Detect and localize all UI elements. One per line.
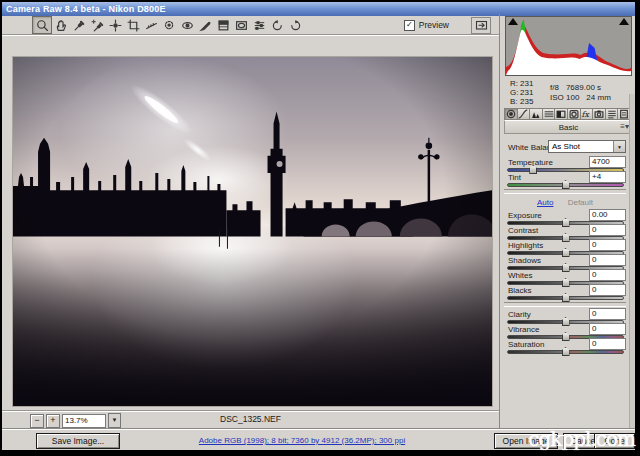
auto-link[interactable]: Auto (537, 198, 553, 207)
filename-label: DSC_1325.NEF (2, 414, 499, 424)
photo-preview[interactable] (12, 56, 493, 407)
histogram-plot (506, 17, 631, 75)
blacks-thumb[interactable] (562, 293, 570, 302)
photo-image (13, 57, 492, 406)
panel-scrollbar[interactable] (629, 94, 635, 428)
tab-camera-calibration[interactable] (592, 108, 605, 120)
highlights-label: Highlights (508, 241, 543, 250)
color-sampler-tool-button[interactable] (88, 17, 106, 33)
preview-checkbox[interactable]: ✓ (404, 20, 415, 31)
tint-field[interactable]: +4 (589, 171, 626, 183)
rotate-right-button[interactable] (286, 17, 304, 33)
spot-removal-tool-button[interactable] (160, 17, 178, 33)
saturation-row: Saturation 0 (504, 340, 626, 355)
basic-controls: White Balance: As Shot ▼ Temperature 470… (504, 140, 626, 355)
basic-panel-header: Basic ≡▾ (504, 120, 633, 134)
window: Camera Raw 8.4 beta - Nikon D800E ✓ Prev… (2, 2, 635, 450)
temperature-label: Temperature (508, 158, 553, 167)
split-toning-icon (556, 109, 566, 119)
hsl-icon (544, 109, 554, 119)
divider (504, 302, 626, 307)
tint-slider[interactable] (507, 183, 624, 187)
saturation-thumb[interactable] (562, 347, 570, 356)
divider (504, 189, 626, 194)
workflow-options-link[interactable]: Adobe RGB (1998); 8 bit; 7360 by 4912 (3… (122, 436, 482, 445)
exposure-label: Exposure (508, 211, 542, 220)
brush-icon (199, 19, 212, 32)
watermark: cgkppl.com (528, 427, 635, 451)
highlight-clipping-indicator[interactable] (619, 18, 629, 25)
straighten-tool-button[interactable] (142, 17, 160, 33)
tab-basic[interactable] (504, 108, 517, 120)
tab-lens-corrections[interactable] (567, 108, 580, 120)
blacks-slider[interactable] (507, 296, 624, 300)
clarity-label: Clarity (508, 310, 531, 319)
whites-label: Whites (508, 271, 532, 280)
panel-menu-icon[interactable]: ≡▾ (620, 122, 629, 131)
basic-panel-title: Basic (559, 123, 579, 132)
tab-effects[interactable]: fx (580, 108, 593, 120)
whites-field[interactable]: 0 (589, 269, 626, 281)
saturation-field[interactable]: 0 (589, 338, 626, 350)
default-link[interactable]: Default (568, 198, 593, 207)
tint-row: Tint +4 (504, 173, 626, 188)
graduated-filter-icon (217, 19, 230, 32)
detail-icon (531, 109, 541, 119)
saturation-label: Saturation (508, 340, 544, 349)
save-image-button[interactable]: Save Image... (36, 433, 120, 449)
svg-text:fx: fx (582, 110, 591, 119)
adjustment-brush-tool-button[interactable] (196, 17, 214, 33)
eyedropper-icon (73, 19, 86, 32)
red-eye-tool-button[interactable] (178, 17, 196, 33)
blacks-row: Blacks 0 (504, 286, 626, 301)
clarity-field[interactable]: 0 (589, 308, 626, 320)
white-balance-tool-button[interactable] (70, 17, 88, 33)
window-title: Camera Raw 8.4 beta - Nikon D800E (6, 4, 166, 14)
bottom-bar: Save Image... Adobe RGB (1998); 8 bit; 7… (2, 428, 635, 451)
preview-toggle[interactable]: ✓ Preview (404, 20, 449, 31)
camera-icon (594, 109, 604, 119)
targeted-adjustment-tool-button[interactable] (106, 17, 124, 33)
radial-filter-icon (235, 19, 248, 32)
blacks-label: Blacks (508, 286, 532, 295)
fullscreen-icon (475, 19, 488, 31)
tab-presets[interactable] (605, 108, 618, 120)
shadow-clipping-indicator[interactable] (508, 18, 518, 25)
graduated-filter-tool-button[interactable] (214, 17, 232, 33)
magnifier-icon (36, 19, 49, 32)
histogram[interactable] (505, 16, 632, 76)
saturation-slider[interactable] (507, 350, 624, 354)
dropdown-arrow-icon[interactable]: ▼ (613, 141, 625, 152)
tab-detail[interactable] (529, 108, 542, 120)
tab-hsl-grayscale[interactable] (542, 108, 555, 120)
radial-filter-tool-button[interactable] (232, 17, 250, 33)
shadows-field[interactable]: 0 (589, 254, 626, 266)
highlights-field[interactable]: 0 (589, 239, 626, 251)
contrast-field[interactable]: 0 (589, 224, 626, 236)
preferences-tool-button[interactable] (250, 17, 268, 33)
crop-tool-button[interactable] (124, 17, 142, 33)
tone-curve-icon (518, 109, 528, 119)
image-info: R:231 G:231 B:235 f/87689.00 s ISO 10024… (500, 79, 635, 106)
exposure-field[interactable]: 0.00 (589, 209, 626, 221)
tab-tone-curve[interactable] (517, 108, 530, 120)
preferences-icon (253, 19, 266, 32)
adjustments-panel: R:231 G:231 B:235 f/87689.00 s ISO 10024… (499, 14, 635, 428)
blacks-field[interactable]: 0 (589, 284, 626, 296)
contrast-label: Contrast (508, 226, 538, 235)
tint-thumb[interactable] (562, 180, 570, 189)
temperature-field[interactable]: 4700 (589, 156, 626, 168)
vibrance-field[interactable]: 0 (589, 323, 626, 335)
aperture-icon (506, 109, 516, 119)
white-balance-value: As Shot (552, 142, 580, 151)
presets-icon (607, 109, 617, 119)
hand-tool-button[interactable] (52, 17, 70, 33)
tab-split-toning[interactable] (554, 108, 567, 120)
target-icon (109, 19, 122, 32)
fullscreen-toggle-button[interactable] (471, 17, 491, 34)
straighten-icon (145, 19, 158, 32)
spot-removal-icon (163, 19, 176, 32)
rotate-left-button[interactable] (268, 17, 286, 33)
zoom-tool-button[interactable] (32, 16, 52, 34)
white-balance-select[interactable]: As Shot ▼ (548, 140, 626, 153)
